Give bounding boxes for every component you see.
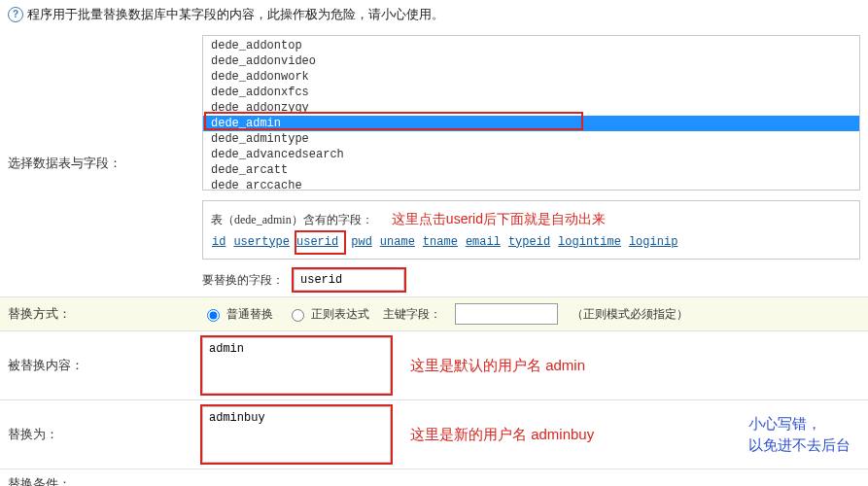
- table-item[interactable]: dede_addonzygy: [203, 100, 859, 116]
- table-item[interactable]: dede_advancedsearch: [203, 147, 859, 162]
- label-content-to: 替换为：: [8, 406, 202, 463]
- row-replace-mode: 替换方式： 普通替换 正则表达式 主键字段： （正则模式必须指定）: [0, 297, 868, 331]
- content-from-wrap: 这里是默认的用户名 admin: [202, 337, 860, 394]
- label-replace-mode: 替换方式：: [8, 305, 202, 323]
- radio-regex-input[interactable]: [292, 309, 304, 322]
- pk-input[interactable]: [455, 303, 558, 325]
- field-link-userid[interactable]: userid: [296, 232, 338, 254]
- replace-field-line: 要替换的字段：: [202, 269, 860, 291]
- content-select-table: dede_addontopdede_addonvideodede_addonwo…: [202, 35, 860, 291]
- right-note-line1: 小心写错，: [748, 415, 821, 432]
- radio-regex-label: 正则表达式: [311, 306, 369, 323]
- field-link-id[interactable]: id: [212, 232, 226, 254]
- content-to-annotation: 这里是新的用户名 adminbuy: [410, 426, 594, 444]
- field-link-usertype[interactable]: usertype: [233, 232, 290, 254]
- mode-note: （正则模式必须指定）: [572, 306, 688, 323]
- field-link-loginip[interactable]: loginip: [629, 232, 677, 254]
- table-item[interactable]: dede_addonxfcs: [203, 85, 859, 100]
- replace-field-label: 要替换的字段：: [202, 272, 284, 289]
- row-select-table: 选择数据表与字段： dede_addontopdede_addonvideode…: [0, 29, 868, 297]
- field-link-pwd[interactable]: pwd: [351, 232, 372, 254]
- fields-annotation: 这里点击userid后下面就是自动出来: [392, 211, 606, 226]
- table-item[interactable]: dede_addonvideo: [203, 53, 859, 69]
- field-link-typeid[interactable]: typeid: [508, 232, 550, 254]
- row-content-from: 被替换内容： 这里是默认的用户名 admin: [0, 331, 868, 400]
- content-from-textarea[interactable]: [202, 337, 391, 394]
- radio-regex[interactable]: 正则表达式: [287, 306, 369, 323]
- right-note-line2: 以免进不去后台: [748, 436, 851, 453]
- content-replace-mode: 普通替换 正则表达式 主键字段： （正则模式必须指定）: [202, 303, 860, 325]
- radio-normal-input[interactable]: [207, 309, 220, 322]
- table-item[interactable]: dede_addonwork: [203, 69, 859, 85]
- content-replace-cond: [202, 475, 860, 486]
- warning-text: 程序用于批量替换数据库中某字段的内容，此操作极为危险，请小心使用。: [27, 6, 444, 23]
- label-select-table: 选择数据表与字段：: [8, 35, 202, 291]
- table-item[interactable]: dede_addontop: [203, 38, 859, 53]
- label-replace-cond: 替换条件：: [8, 475, 202, 486]
- row-content-to: 替换为： 这里是新的用户名 adminbuy 小心写错， 以免进不去后台: [0, 400, 868, 469]
- pk-label: 主键字段：: [383, 306, 441, 323]
- content-to-textarea[interactable]: [202, 406, 391, 463]
- radio-normal-label: 普通替换: [226, 306, 273, 323]
- field-link-uname[interactable]: uname: [380, 232, 415, 254]
- table-item[interactable]: dede_admintype: [203, 131, 859, 147]
- warning-line: ? 程序用于批量替换数据库中某字段的内容，此操作极为危险，请小心使用。: [0, 0, 868, 29]
- table-item[interactable]: dede_arccache: [203, 178, 859, 191]
- row-replace-cond: 替换条件：: [0, 469, 868, 486]
- content-to-wrap: 这里是新的用户名 adminbuy 小心写错， 以免进不去后台: [202, 406, 860, 463]
- label-content-from: 被替换内容：: [8, 337, 202, 394]
- field-link-logintime[interactable]: logintime: [558, 232, 621, 254]
- fields-block: 表（dede_admin）含有的字段： 这里点击userid后下面就是自动出来 …: [202, 200, 860, 260]
- table-item[interactable]: dede_arcatt: [203, 162, 859, 178]
- table-listbox[interactable]: dede_addontopdede_addonvideodede_addonwo…: [202, 35, 860, 191]
- fields-list: idusertypeuseridpwdunametnameemailtypeid…: [211, 232, 851, 254]
- replace-field-input[interactable]: [294, 269, 404, 291]
- right-note: 小心写错， 以免进不去后台: [748, 413, 851, 457]
- radio-normal[interactable]: 普通替换: [202, 306, 273, 323]
- field-link-email[interactable]: email: [466, 232, 501, 254]
- fields-header: 表（dede_admin）含有的字段：: [211, 213, 373, 226]
- field-link-tname[interactable]: tname: [423, 232, 458, 254]
- help-icon: ?: [8, 7, 23, 22]
- table-item[interactable]: dede_admin: [203, 116, 859, 131]
- content-from-annotation: 这里是默认的用户名 admin: [410, 357, 585, 375]
